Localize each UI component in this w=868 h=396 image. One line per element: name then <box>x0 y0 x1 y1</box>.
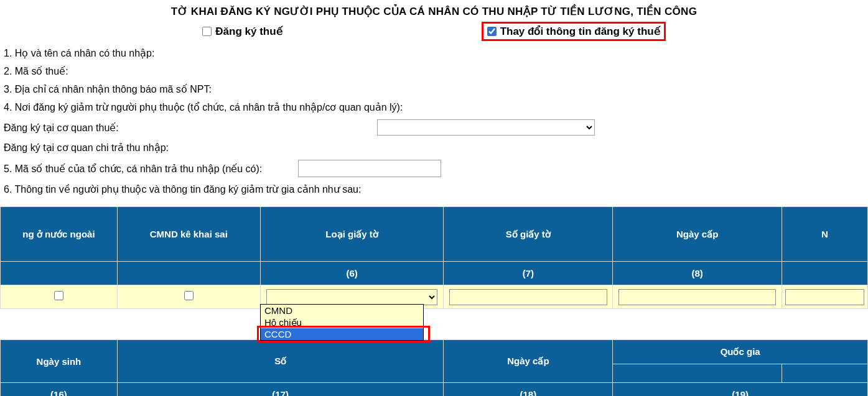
th-num-7: (7) <box>444 262 613 285</box>
th2-sub1 <box>613 364 782 383</box>
th2-issue: Ngày cấp <box>444 340 613 383</box>
th-doc-no: Số giấy tờ <box>444 207 613 262</box>
register-tax-text: Đăng ký thuế <box>215 25 282 38</box>
th-num-blank3 <box>782 262 868 285</box>
change-info-highlight: Thay đổi thông tin đăng ký thuế <box>482 22 666 41</box>
line-5: 5. Mã số thuế của tổ chức, cá nhân trả t… <box>4 163 262 175</box>
extra-input[interactable] <box>785 289 864 305</box>
th2-dob: Ngày sinh <box>1 340 118 383</box>
th2-number: Số <box>117 340 444 383</box>
table-row <box>1 285 868 309</box>
dependents-table: ng ở nước ngoài CMND kê khai sai Loại gi… <box>0 206 868 340</box>
payer-tax-input[interactable] <box>298 160 441 177</box>
th-extra: N <box>782 207 868 262</box>
th-foreign: ng ở nước ngoài <box>1 207 118 262</box>
th-wrong-cmnd: CMND kê khai sai <box>117 207 260 262</box>
label-reg-payer: Đăng ký tại cơ quan chi trả thu nhập: <box>4 142 169 154</box>
wrong-cmnd-checkbox[interactable] <box>184 291 194 300</box>
th-num-blank1 <box>1 262 118 285</box>
form-title: TỜ KHAI ĐĂNG KÝ NGƯỜI PHỤ THUỘC CỦA CÁ N… <box>0 0 868 22</box>
line-1: 1. Họ và tên cá nhân có thu nhập: <box>4 47 154 59</box>
th-num-8: (8) <box>613 262 782 285</box>
line-4: 4. Nơi đăng ký giảm trừ người phụ thuộc … <box>4 101 403 113</box>
th2-n19: (19) <box>613 383 868 397</box>
th2-n16: (16) <box>1 383 118 397</box>
issue-date-input[interactable] <box>618 289 776 305</box>
label-reg-agency: Đăng ký tại cơ quan thuế: <box>4 122 153 134</box>
change-info-checkbox[interactable] <box>487 27 497 36</box>
line-3: 3. Địa chỉ cá nhân nhận thông báo mã số … <box>4 83 212 95</box>
dropdown-option-cmnd[interactable]: CMND <box>261 305 423 316</box>
doc-type-select[interactable] <box>266 289 437 305</box>
foreign-checkbox[interactable] <box>54 291 63 300</box>
th2-sub2 <box>782 364 868 383</box>
dropdown-option-ho-chieu[interactable]: Hô chiếu <box>261 316 423 328</box>
tax-agency-select[interactable] <box>377 119 595 136</box>
th2-n17: (17) <box>117 383 444 397</box>
spacer <box>1 309 868 340</box>
register-tax-checkbox-label[interactable]: Đăng ký thuế <box>202 25 282 38</box>
line-2: 2. Mã số thuế: <box>4 65 68 77</box>
doc-type-dropdown-popup: CMND Hô chiếu CCCD <box>260 304 424 341</box>
line-6: 6. Thông tin về người phụ thuộc và thông… <box>4 183 361 195</box>
doc-no-input[interactable] <box>449 289 607 305</box>
checkbox-row: Đăng ký thuế Thay đổi thông tin đăng ký … <box>0 22 868 41</box>
th-num-6: (6) <box>260 262 444 285</box>
dropdown-option-cccd[interactable]: CCCD <box>261 328 423 340</box>
dependents-table-2: Ngày sinh Số Ngày cấp Quốc gia (16) (17)… <box>0 339 868 396</box>
register-tax-checkbox[interactable] <box>202 27 212 36</box>
th2-n18: (18) <box>444 383 613 397</box>
th-doc-type: Loại giấy tờ <box>260 207 444 262</box>
dependents-table-wrap: ng ở nước ngoài CMND kê khai sai Loại gi… <box>0 206 868 396</box>
th-issue-date: Ngày cấp <box>613 207 782 262</box>
change-info-text: Thay đổi thông tin đăng ký thuế <box>500 25 660 38</box>
th2-country: Quốc gia <box>613 340 868 364</box>
th-num-blank2 <box>117 262 260 285</box>
